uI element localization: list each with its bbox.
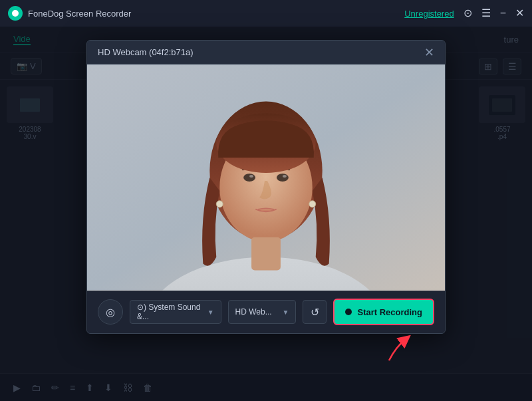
settings-icon-btn[interactable]: ⊙ bbox=[464, 8, 472, 19]
person-preview bbox=[87, 65, 445, 291]
svg-point-9 bbox=[277, 174, 289, 182]
app-logo-inner bbox=[12, 10, 19, 17]
svg-point-12 bbox=[216, 201, 223, 207]
cam-dropdown[interactable]: HD Web... ▼ bbox=[228, 300, 297, 324]
reset-icon: ↺ bbox=[311, 306, 319, 319]
arrow-annotation bbox=[382, 334, 416, 366]
sound-dropdown-arrow: ▼ bbox=[207, 309, 214, 316]
svg-point-10 bbox=[249, 175, 253, 178]
modal-close-btn[interactable]: ✕ bbox=[424, 47, 434, 59]
minimize-btn[interactable]: − bbox=[500, 8, 506, 19]
close-btn[interactable]: ✕ bbox=[515, 8, 524, 19]
modal-controls: ◎ ⊙) System Sound &... ▼ HD Web... ▼ ↺ S… bbox=[87, 291, 445, 333]
app-logo bbox=[8, 6, 23, 21]
main-area: Vide ture 📷 V ⊞ ☰ bbox=[0, 27, 532, 401]
title-bar-right: Unregistered ⊙ ☰ − ✕ bbox=[404, 8, 524, 19]
title-bar-left: FoneDog Screen Recorder bbox=[8, 6, 131, 21]
start-recording-label: Start Recording bbox=[357, 307, 422, 317]
svg-point-8 bbox=[243, 174, 255, 182]
menu-icon-btn[interactable]: ☰ bbox=[481, 8, 491, 19]
reset-btn[interactable]: ↺ bbox=[303, 300, 327, 324]
svg-point-11 bbox=[283, 175, 287, 178]
camera-icon: ◎ bbox=[106, 306, 115, 319]
app-title: FoneDog Screen Recorder bbox=[28, 9, 131, 19]
unregistered-link[interactable]: Unregistered bbox=[404, 9, 454, 19]
camera-icon-btn[interactable]: ◎ bbox=[98, 299, 123, 325]
start-recording-btn[interactable]: Start Recording bbox=[333, 299, 434, 325]
modal-title: HD Webcam (04f2:b71a) bbox=[98, 47, 194, 57]
arrow-svg bbox=[382, 334, 416, 364]
cam-dropdown-arrow: ▼ bbox=[283, 309, 289, 316]
webcam-preview bbox=[87, 65, 445, 291]
modal-header: HD Webcam (04f2:b71a) ✕ bbox=[87, 41, 445, 65]
cam-dropdown-label: HD Web... bbox=[235, 307, 272, 317]
sound-dropdown-label: ⊙) System Sound &... bbox=[137, 303, 207, 321]
modal-overlay: HD Webcam (04f2:b71a) ✕ bbox=[0, 27, 532, 401]
rec-dot bbox=[345, 309, 352, 315]
svg-rect-14 bbox=[251, 237, 281, 271]
webcam-modal: HD Webcam (04f2:b71a) ✕ bbox=[86, 40, 446, 334]
sound-dropdown[interactable]: ⊙) System Sound &... ▼ bbox=[130, 300, 221, 324]
title-bar: FoneDog Screen Recorder Unregistered ⊙ ☰… bbox=[0, 0, 532, 27]
svg-point-13 bbox=[309, 201, 316, 207]
